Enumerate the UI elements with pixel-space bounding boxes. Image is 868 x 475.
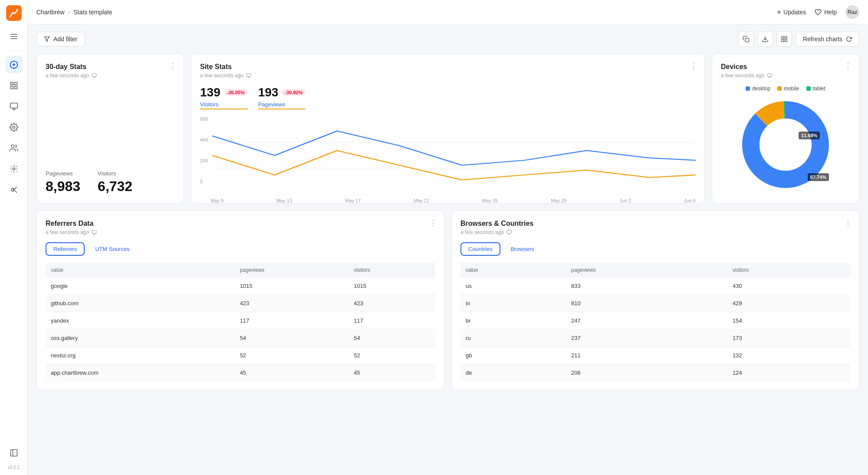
card-browsers-countries: Browsers & Countries a few seconds ago ⋮… <box>451 211 859 390</box>
main-wrapper: Chartbrew › Stats template Updates Help … <box>28 0 868 475</box>
card-site-menu[interactable]: ⋮ <box>690 61 697 71</box>
bottom-grid: Referrers Data a few seconds ago ⋮ Refer… <box>36 211 859 390</box>
cell-pageviews: 52 <box>235 347 349 364</box>
sidebar-item-integrations[interactable] <box>5 160 23 178</box>
sidebar-item-team[interactable] <box>5 139 23 157</box>
breadcrumb-root: Chartbrew <box>36 9 65 16</box>
cell-visitors: 54 <box>349 330 435 347</box>
top-grid: 30-day Stats a few seconds ago ⋮ Pagevie… <box>36 54 859 204</box>
cell-value: google <box>46 277 235 295</box>
table-row: in 810 429 <box>460 295 850 312</box>
svg-rect-18 <box>10 450 17 456</box>
breadcrumb-separator: › <box>68 9 70 16</box>
navbar-right: Updates Help Raz <box>777 5 859 19</box>
svg-rect-37 <box>767 74 772 77</box>
legend-desktop: desktop <box>746 86 770 92</box>
download-icon <box>762 36 769 43</box>
mobile-pct-label: 11.68% <box>799 132 820 139</box>
logo[interactable] <box>6 5 22 23</box>
layout-button[interactable] <box>776 31 792 47</box>
cell-value: nextui.org <box>46 347 235 364</box>
add-filter-button[interactable]: Add filter <box>36 32 85 46</box>
svg-rect-26 <box>785 40 787 42</box>
cell-country-pageviews: 833 <box>566 277 727 295</box>
devices-legend: desktop mobile tablet <box>746 86 825 92</box>
table-row: github.com 423 423 <box>46 295 435 312</box>
countries-tabs: Countries Browsers <box>460 242 850 256</box>
countries-table-header: value pageviews visitors <box>460 263 850 277</box>
card-devices-menu[interactable]: ⋮ <box>844 61 852 71</box>
cell-country-value: de <box>460 364 566 382</box>
monitor-icon-sm <box>92 73 97 78</box>
monitor-icon-bc <box>506 230 512 235</box>
copy-icon <box>743 36 750 43</box>
table-row: yandex 117 117 <box>46 312 435 330</box>
breadcrumb: Chartbrew › Stats template <box>36 9 772 16</box>
sidebar: v3.5.1 <box>0 0 28 475</box>
cell-country-value: us <box>460 277 566 295</box>
browsers-countries-title: Browsers & Countries <box>460 220 850 228</box>
table-row: nextui.org 52 52 <box>46 347 435 364</box>
chart-svg <box>200 116 696 195</box>
col-pageviews: pageviews <box>235 263 349 277</box>
pageviews-label: Pageviews <box>46 170 80 177</box>
sidebar-bottom: v3.5.1 <box>5 444 23 470</box>
cell-country-visitors: 124 <box>727 364 850 382</box>
sidebar-item-variables[interactable] <box>5 181 23 198</box>
cell-visitors: 1015 <box>349 277 435 295</box>
col-value: value <box>46 263 235 277</box>
svg-rect-8 <box>14 82 17 85</box>
help-button[interactable]: Help <box>815 9 837 16</box>
update-status-dot <box>777 10 781 14</box>
sidebar-item-grid[interactable] <box>5 77 23 94</box>
table-row: app.chartbrew.com 45 45 <box>46 364 435 382</box>
cell-value: github.com <box>46 295 235 312</box>
col-country-pageviews: pageviews <box>566 263 727 277</box>
legend-desktop-dot <box>746 86 750 91</box>
tab-referrers[interactable]: Referrers <box>46 242 85 256</box>
cell-country-visitors: 132 <box>727 347 850 364</box>
card-30day-menu[interactable]: ⋮ <box>169 61 177 71</box>
sidebar-item-monitor[interactable] <box>5 98 23 115</box>
svg-rect-9 <box>10 86 13 89</box>
site-pageviews-row: 193 -30.82% <box>258 86 306 99</box>
site-pageviews-metric: 193 -30.82% Pageviews <box>258 86 306 109</box>
visitors-label: Visitors <box>98 170 132 177</box>
copy-button[interactable] <box>738 31 754 47</box>
refresh-button[interactable]: Refresh charts <box>796 32 859 46</box>
site-pageviews-label[interactable]: Pageviews <box>258 101 306 109</box>
avatar-initials: Raz <box>847 9 857 15</box>
export-button[interactable] <box>757 31 773 47</box>
legend-mobile: mobile <box>777 86 799 92</box>
monitor-icon-site <box>246 73 251 78</box>
tab-browsers[interactable]: Browsers <box>504 242 541 256</box>
user-avatar[interactable]: Raz <box>845 5 859 19</box>
table-row: br 247 154 <box>460 312 850 330</box>
site-visitors-num: 139 <box>200 86 220 99</box>
site-pageviews-badge: -30.82% <box>282 89 306 96</box>
legend-tablet-dot <box>806 86 811 91</box>
col-country-visitors: visitors <box>727 263 850 277</box>
svg-rect-24 <box>785 36 787 39</box>
sidebar-item-add[interactable] <box>5 56 23 73</box>
cell-country-pageviews: 206 <box>566 364 727 382</box>
tab-countries[interactable]: Countries <box>460 242 500 256</box>
svg-rect-23 <box>782 36 784 39</box>
cell-country-visitors: 173 <box>727 330 850 347</box>
site-visitors-label[interactable]: Visitors <box>200 101 248 109</box>
pageviews-value: 8,983 <box>46 178 80 195</box>
cell-visitors: 45 <box>349 364 435 382</box>
sidebar-collapse[interactable] <box>5 444 23 462</box>
card-site-stats: Site Stats a few seconds ago ⋮ 139 -35.0… <box>191 54 705 204</box>
tab-utm-sources[interactable]: UTM Sources <box>88 242 136 256</box>
cell-country-visitors: 430 <box>727 277 850 295</box>
sidebar-menu-toggle[interactable] <box>5 28 23 45</box>
updates-button[interactable]: Updates <box>777 9 806 16</box>
toolbar-actions: Refresh charts <box>738 31 859 47</box>
legend-mobile-dot <box>777 86 782 91</box>
card-referrers-menu[interactable]: ⋮ <box>429 218 437 228</box>
card-bc-menu[interactable]: ⋮ <box>844 218 852 228</box>
sidebar-item-settings[interactable] <box>5 119 23 136</box>
svg-point-15 <box>11 145 14 148</box>
countries-table-body: us 833 430 in 810 429 br 247 154 ru 237 … <box>460 277 850 381</box>
